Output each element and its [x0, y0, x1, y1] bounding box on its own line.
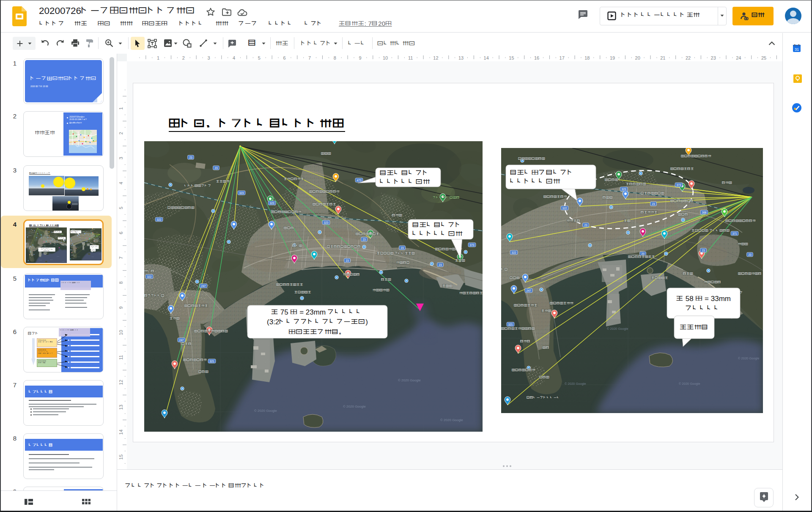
svg-text:15: 15 [118, 455, 123, 460]
svg-text:19: 19 [610, 55, 615, 60]
svg-text:21: 21 [660, 55, 665, 60]
svg-text:7: 7 [118, 257, 123, 259]
svg-text:11: 11 [118, 355, 123, 360]
svg-text:7: 7 [308, 55, 311, 60]
svg-text:12: 12 [433, 55, 438, 60]
svg-text:3: 3 [118, 157, 123, 159]
svg-text:4: 4 [233, 55, 235, 60]
svg-text:1: 1 [157, 55, 159, 60]
svg-text:20: 20 [635, 55, 640, 60]
svg-text:31: 31 [795, 47, 799, 52]
svg-text:14: 14 [484, 55, 489, 60]
svg-text:6: 6 [283, 55, 285, 60]
svg-text:8: 8 [118, 282, 123, 284]
svg-text:8: 8 [334, 55, 336, 60]
svg-text:2: 2 [118, 132, 123, 134]
svg-text:17: 17 [560, 55, 565, 60]
svg-text:3: 3 [207, 55, 210, 60]
svg-text:あ: あ [248, 38, 257, 48]
svg-text:9: 9 [118, 307, 123, 309]
svg-text:4: 4 [118, 182, 123, 184]
svg-text:11: 11 [408, 55, 413, 60]
svg-text:9: 9 [359, 55, 361, 60]
svg-text:1: 1 [118, 107, 123, 110]
svg-text:5: 5 [258, 55, 261, 60]
svg-text:10: 10 [118, 330, 123, 335]
svg-text:18: 18 [584, 55, 590, 60]
svg-text:10: 10 [383, 55, 388, 60]
svg-text:24: 24 [736, 55, 741, 60]
svg-text:15: 15 [509, 55, 514, 60]
svg-text:6: 6 [118, 232, 123, 234]
svg-text:2: 2 [182, 55, 185, 60]
svg-text:25: 25 [761, 55, 766, 60]
svg-text:16: 16 [534, 55, 539, 60]
svg-text:14: 14 [118, 430, 123, 435]
svg-text:12: 12 [118, 380, 123, 385]
svg-text:22: 22 [686, 55, 691, 60]
svg-text:13: 13 [118, 405, 123, 410]
svg-text:23: 23 [711, 55, 716, 60]
svg-text:13: 13 [458, 55, 464, 60]
svg-text:5: 5 [118, 207, 123, 209]
